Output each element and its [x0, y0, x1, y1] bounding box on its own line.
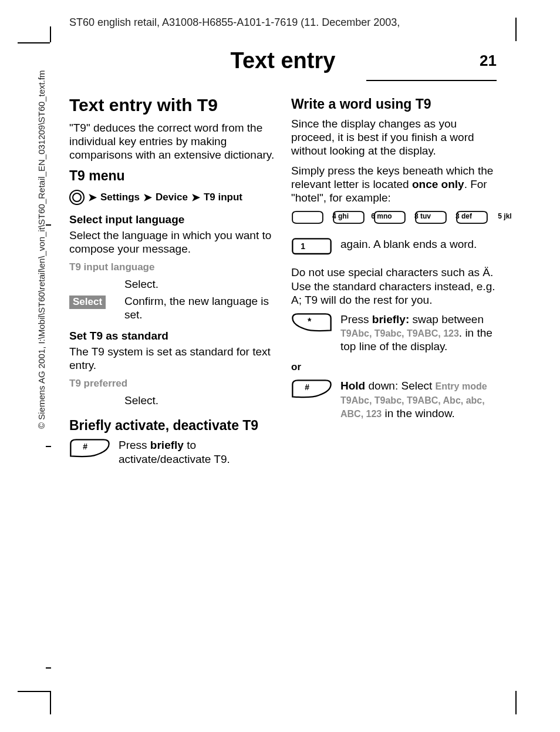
menu-path: ➤ Settings ➤ Device ➤ T9 input [69, 190, 275, 205]
key-8tuv: 8 tuv [373, 210, 406, 224]
key-4ghi: 4 ghi [291, 210, 324, 224]
text-select: Select. [124, 277, 158, 291]
select-language-paragraph: Select the language in which you want to… [69, 229, 275, 256]
label-t9-preferred: T9 preferred [69, 378, 127, 390]
label-t9-input-language: T9 input language [69, 261, 154, 274]
arrow-icon: ➤ [88, 191, 97, 204]
key-6mno: 6 mno [332, 210, 365, 224]
sidebar-file-path: © Siemens AG 2001, I:\Mobil\ST60\retail\… [36, 0, 46, 429]
text-confirm-language: Confirm, the new language is set. [124, 294, 275, 321]
sidebar-ruler [46, 224, 47, 669]
briefly-activate-text: Press briefly to activate/deactivate T9. [119, 438, 275, 465]
svg-text:#: # [305, 382, 309, 392]
heading-set-t9-standard: Set T9 as standard [69, 330, 275, 343]
menu-device: Device [156, 192, 188, 203]
text-blank-ends-word: again. A blank ends a word. [340, 237, 497, 251]
page-content: Text entry 21 Text entry with T9 "T9" de… [69, 48, 497, 474]
hash-key-icon-2: # [291, 379, 332, 401]
write-word-p1: Since the display changes as you proceed… [291, 117, 497, 158]
hash-key-icon: # [69, 438, 110, 460]
menu-t9-input: T9 input [204, 192, 242, 203]
document-header: ST60 english retail, A31008-H6855-A101-1… [69, 16, 400, 29]
key-3def: 3 def [414, 210, 447, 224]
right-column: Write a word using T9 Since the display … [291, 95, 497, 474]
page-title-underline [366, 80, 497, 81]
page-number: 21 [480, 52, 497, 70]
page-title: Text entry [231, 48, 336, 73]
navigation-key-icon [69, 190, 85, 205]
write-word-p2: Simply press the keys beneath which the … [291, 164, 497, 205]
arrow-icon: ➤ [191, 191, 200, 204]
special-chars-paragraph: Do not use special characters such as Ä.… [291, 266, 497, 307]
left-column: Text entry with T9 "T9" deduces the corr… [69, 95, 275, 474]
heading-t9-menu: T9 menu [69, 168, 275, 184]
star-key-text: Press briefly: swap between T9Abc, T9abc… [340, 313, 497, 354]
svg-text:*: * [308, 316, 312, 327]
set-standard-paragraph: The T9 system is set as standard for tex… [69, 345, 275, 372]
arrow-icon: ➤ [143, 191, 152, 204]
key-sequence: 4 ghi 6 mno 8 tuv 3 def 5 jkl [291, 210, 497, 224]
svg-text:1: 1 [301, 241, 305, 251]
page-header: Text entry 21 [69, 48, 497, 81]
softkey-select: Select [69, 296, 106, 309]
svg-text:#: # [83, 442, 87, 451]
key-1-icon: 1 [291, 237, 332, 257]
or-label: or [291, 361, 497, 373]
hash-key-hold-text: Hold down: Select Entry mode T9Abc, T9ab… [340, 379, 497, 420]
heading-write-word: Write a word using T9 [291, 96, 497, 112]
svg-rect-1 [292, 239, 330, 254]
star-key-icon: * [291, 313, 332, 334]
heading-briefly-activate: Briefly activate, deactivate T9 [69, 418, 275, 434]
key-5jkl: 5 jkl [456, 210, 488, 224]
heading-select-input-language: Select input language [69, 213, 275, 226]
heading-text-entry-t9: Text entry with T9 [69, 95, 275, 115]
intro-paragraph: "T9" deduces the correct word from the i… [69, 121, 275, 162]
menu-settings: Settings [100, 192, 140, 203]
text-select-2: Select. [124, 394, 158, 407]
